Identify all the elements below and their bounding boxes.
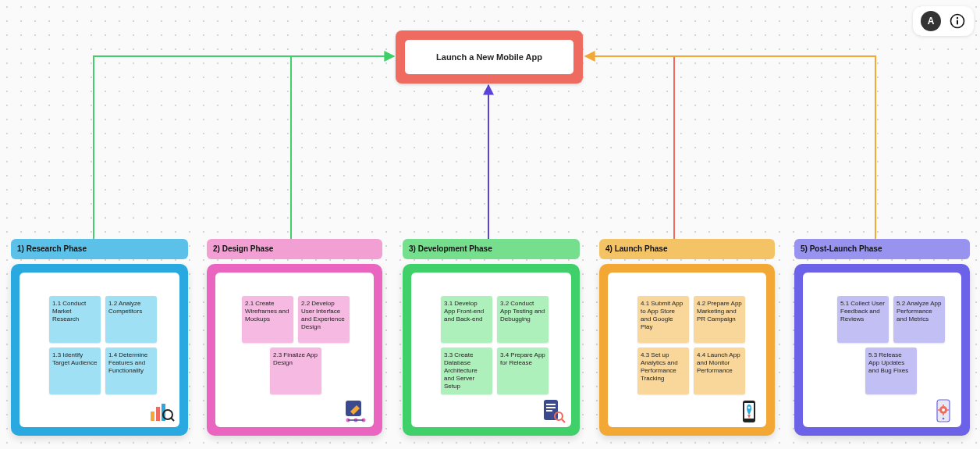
phase-research-title: 1) Research Phase: [11, 239, 188, 259]
phase-post-launch-title: 5) Post-Launch Phase: [794, 239, 970, 259]
phase-design[interactable]: 2) Design Phase 2.1 Create Wireframes an…: [207, 239, 382, 436]
svg-rect-0: [151, 412, 154, 421]
svg-rect-29: [957, 20, 958, 25]
root-node[interactable]: Launch a New Mobile App: [396, 30, 583, 84]
svg-point-26: [943, 418, 945, 420]
svg-point-21: [942, 408, 945, 412]
phase-design-title: 2) Design Phase: [207, 239, 382, 259]
root-node-title: Launch a New Mobile App: [405, 40, 573, 74]
svg-point-18: [748, 407, 751, 409]
svg-line-4: [171, 418, 174, 421]
task-card[interactable]: 1.1 Conduct Market Research: [49, 296, 101, 343]
task-card[interactable]: 2.1 Create Wireframes and Mockups: [242, 296, 293, 343]
phase-development-title: 3) Development Phase: [403, 239, 580, 259]
info-icon[interactable]: [949, 12, 966, 30]
task-card[interactable]: 5.2 Analyze App Performance and Metrics: [893, 296, 945, 343]
phase-development[interactable]: 3) Development Phase 3.1 Develop App Fro…: [403, 239, 580, 436]
task-card[interactable]: 2.2 Develop User Interface and Experienc…: [298, 296, 350, 343]
phone-gear-icon: [930, 397, 957, 424]
clipboard-search-icon: [540, 397, 566, 424]
task-card[interactable]: 3.3 Create Database Architecture and Ser…: [441, 347, 492, 394]
task-card[interactable]: 1.3 Identify Target Audience: [49, 347, 101, 394]
task-card[interactable]: 4.3 Set up Analytics and Performance Tra…: [637, 347, 689, 394]
design-tool-icon: [343, 397, 369, 424]
whiteboard-canvas[interactable]: Launch a New Mobile App 1) Research Phas…: [0, 0, 980, 449]
top-toolbar: A: [913, 6, 974, 36]
svg-line-15: [562, 419, 565, 422]
task-card[interactable]: 2.3 Finalize App Design: [270, 347, 321, 394]
phase-launch-title: 4) Launch Phase: [599, 239, 775, 259]
task-card[interactable]: 5.1 Collect User Feedback and Reviews: [837, 296, 889, 343]
rocket-phone-icon: [735, 397, 762, 424]
svg-point-28: [957, 17, 958, 19]
svg-rect-13: [546, 410, 552, 412]
task-card[interactable]: 1.2 Analyze Competitors: [105, 296, 157, 343]
task-card[interactable]: 5.3 Release App Updates and Bug Fixes: [865, 347, 917, 394]
svg-rect-12: [546, 407, 556, 408]
task-card[interactable]: 1.4 Determine Features and Functionality: [105, 347, 157, 394]
phase-launch[interactable]: 4) Launch Phase 4.1 Submit App to App St…: [599, 239, 775, 436]
avatar[interactable]: A: [921, 11, 941, 31]
analytics-icon: [148, 397, 175, 424]
task-card[interactable]: 3.2 Conduct App Testing and Debugging: [497, 296, 549, 343]
task-card[interactable]: 4.1 Submit App to App Store and Google P…: [637, 296, 689, 343]
task-card[interactable]: 4.2 Prepare App Marketing and PR Campaig…: [694, 296, 745, 343]
task-card[interactable]: 3.1 Develop App Front-end and Back-end: [441, 296, 492, 343]
svg-rect-1: [156, 407, 160, 421]
task-card[interactable]: 3.4 Prepare App for Release: [497, 347, 549, 394]
task-card[interactable]: 4.4 Launch App and Monitor Performance: [694, 347, 745, 394]
phase-post-launch[interactable]: 5) Post-Launch Phase 5.1 Collect User Fe…: [794, 239, 970, 436]
svg-rect-11: [546, 404, 556, 405]
phase-research[interactable]: 1) Research Phase 1.1 Conduct Market Res…: [11, 239, 188, 436]
